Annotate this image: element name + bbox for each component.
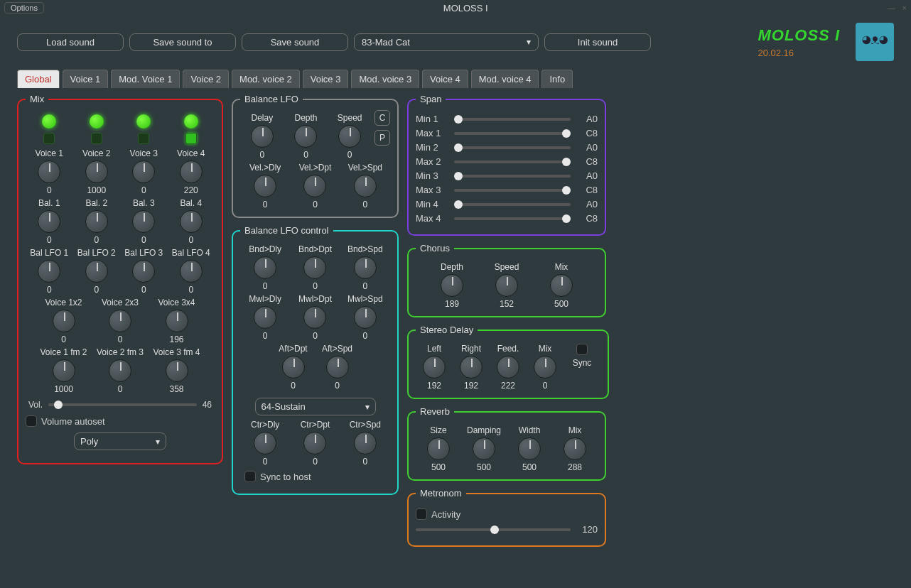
mix-bal-value: 0: [141, 235, 146, 245]
tab-mod--voice-2[interactable]: Mod. voice 2: [232, 70, 300, 88]
lfoc-ctr-label: Ctr>Dly: [251, 420, 279, 430]
voice2-toggle[interactable]: [91, 133, 102, 144]
lfoc-bnd-bnd-dpt-knob[interactable]: [303, 256, 326, 279]
mix-bal-lfo-bal-lfo-1-knob[interactable]: [38, 260, 60, 283]
metronom-tempo-slider[interactable]: [416, 528, 571, 531]
mix-fm-voice-1-fm-2-knob[interactable]: [53, 359, 75, 382]
mix-vx-voice-1x2-knob[interactable]: [53, 310, 75, 332]
save-sound-to-button[interactable]: Save sound to: [129, 33, 236, 51]
tab-mod--voice-3[interactable]: Mod. voice 3: [351, 70, 419, 88]
voice4-toggle[interactable]: [185, 133, 197, 144]
reverb-damping-knob[interactable]: [473, 437, 495, 460]
span-max-4-slider[interactable]: [454, 217, 571, 220]
copy-button[interactable]: C: [374, 110, 390, 126]
delay-right-knob[interactable]: [460, 356, 483, 379]
load-sound-button[interactable]: Load sound: [17, 33, 124, 51]
mix-bal-lfo-bal-lfo-2-knob[interactable]: [85, 260, 108, 283]
paste-button[interactable]: P: [374, 130, 390, 146]
volume-autoset-checkbox[interactable]: [26, 415, 37, 427]
voice1-toggle[interactable]: [43, 133, 55, 144]
span-min-2-slider[interactable]: [454, 146, 571, 149]
delay-feed-knob[interactable]: [497, 356, 519, 379]
mix-voice-voice-4-knob[interactable]: [180, 160, 203, 183]
mix-vx-voice-3x4-knob[interactable]: [166, 310, 188, 332]
tab-info[interactable]: Info: [541, 70, 573, 88]
mix-voice-voice-2-knob[interactable]: [85, 160, 108, 183]
lfoc-ctr-ctr-dly-knob[interactable]: [254, 432, 276, 454]
balance-lfo-panel: Balance LFO Delay0Depth0Speed0 C P Vel.>…: [232, 94, 399, 218]
mix-bal-bal--2-knob[interactable]: [85, 210, 108, 233]
mix-voice-voice-1-knob[interactable]: [38, 160, 60, 183]
mix-fm-voice-2-fm-3-knob[interactable]: [109, 359, 131, 382]
volume-slider[interactable]: [48, 403, 197, 406]
tab-voice-1[interactable]: Voice 1: [63, 70, 109, 88]
reverb-mix-knob[interactable]: [564, 437, 586, 460]
sync-to-host-checkbox[interactable]: [244, 471, 256, 482]
span-max-3-slider[interactable]: [454, 189, 571, 192]
span-min-4-slider[interactable]: [454, 203, 571, 206]
delay-sync-checkbox[interactable]: [576, 344, 588, 355]
lfoc-bnd-value: 0: [362, 281, 367, 291]
lfoc-ctr-value: 0: [362, 457, 367, 467]
span-min-3-slider[interactable]: [454, 175, 571, 178]
balance-lfo-delay-knob[interactable]: [251, 125, 274, 148]
mix-vx-value: 0: [118, 334, 123, 344]
lfoc-bnd-label: Bnd>Spd: [347, 244, 383, 254]
options-button[interactable]: Options: [4, 2, 44, 13]
tab-voice-2[interactable]: Voice 2: [183, 70, 229, 88]
chorus-speed-knob[interactable]: [495, 274, 518, 297]
mix-voice-label: Voice 3: [130, 148, 158, 158]
delay-left-knob[interactable]: [423, 356, 446, 379]
tab-voice-4[interactable]: Voice 4: [422, 70, 468, 88]
mix-bal-lfo-label: Bal LFO 4: [172, 248, 210, 258]
balance-lfo-vel-vel--dpt-knob[interactable]: [303, 175, 326, 197]
lfoc-bnd-bnd-dly-knob[interactable]: [254, 256, 276, 279]
lfoc-ctr-ctr-dpt-knob[interactable]: [303, 432, 326, 454]
mix-voice-voice-3-knob[interactable]: [132, 160, 155, 183]
delay-value: 192: [464, 381, 478, 391]
balance-lfo-depth-knob[interactable]: [294, 125, 317, 148]
span-min-1-slider[interactable]: [454, 118, 571, 121]
preset-select[interactable]: 83-Mad Cat ▾: [354, 33, 539, 51]
init-sound-button[interactable]: Init sound: [544, 33, 651, 51]
reverb-size-knob[interactable]: [427, 437, 450, 460]
mix-bal-bal--1-knob[interactable]: [38, 210, 60, 233]
mix-fm-value: 0: [118, 384, 123, 394]
balance-lfo-vel-vel--dly-knob[interactable]: [254, 175, 276, 197]
metronom-activity-checkbox[interactable]: [416, 508, 427, 520]
tab-global[interactable]: Global: [17, 70, 60, 88]
lfoc-ctr-ctr-spd-knob[interactable]: [354, 432, 377, 454]
poly-mode-select[interactable]: Poly ▾: [74, 432, 166, 450]
delay-mix-knob[interactable]: [534, 356, 556, 379]
lfoc-mwl-value: 0: [362, 331, 367, 341]
balance-lfo-speed-knob[interactable]: [338, 125, 361, 148]
mix-bal-lfo-bal-lfo-3-knob[interactable]: [132, 260, 155, 283]
mix-bal-bal--4-knob[interactable]: [180, 210, 203, 233]
span-max-1-slider[interactable]: [454, 132, 571, 135]
tab-voice-3[interactable]: Voice 3: [303, 70, 349, 88]
close-icon[interactable]: ×: [902, 4, 907, 12]
reverb-width-knob[interactable]: [518, 437, 541, 460]
chorus-mix-knob[interactable]: [550, 274, 573, 297]
mix-fm-voice-3-fm-4-knob[interactable]: [166, 359, 188, 382]
lfoc-mwl-mwl-spd-knob[interactable]: [354, 306, 377, 329]
save-sound-button[interactable]: Save sound: [242, 33, 348, 51]
tab-mod--voice-4[interactable]: Mod. voice 4: [471, 70, 539, 88]
minimize-icon[interactable]: —: [888, 4, 895, 12]
mix-vx-voice-2x3-knob[interactable]: [109, 310, 131, 332]
lfoc-bnd-bnd-spd-knob[interactable]: [354, 256, 377, 279]
mix-bal-bal--3-knob[interactable]: [132, 210, 155, 233]
voice3-toggle[interactable]: [138, 133, 149, 144]
balance-lfo-vel-vel--spd-knob[interactable]: [354, 175, 377, 197]
chorus-depth-knob[interactable]: [441, 274, 463, 297]
controller-select[interactable]: 64-Sustain ▾: [255, 398, 376, 415]
lfoc-mwl-mwl-dly-knob[interactable]: [254, 306, 276, 329]
balance-lfo-label: Speed: [338, 113, 362, 123]
mix-bal-lfo-bal-lfo-4-knob[interactable]: [180, 260, 203, 283]
lfoc-mwl-mwl-dpt-knob[interactable]: [303, 306, 326, 329]
tab-mod--voice-1[interactable]: Mod. Voice 1: [111, 70, 180, 88]
span-max-2-slider[interactable]: [454, 160, 571, 163]
lfoc-aft-aft-spd-knob[interactable]: [326, 356, 349, 379]
span-label: Min 3: [416, 170, 448, 181]
lfoc-aft-aft-dpt-knob[interactable]: [282, 356, 305, 379]
